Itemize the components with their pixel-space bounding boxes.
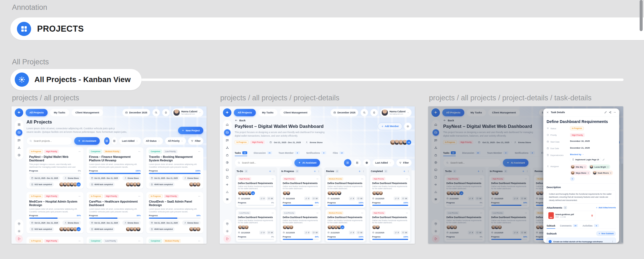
search-button[interactable] xyxy=(360,109,368,116)
sidebar-item-home[interactable] xyxy=(225,122,230,127)
search-button[interactable] xyxy=(152,109,160,116)
card-menu-button[interactable] xyxy=(361,212,364,214)
project-card[interactable]: CompletedLow PriorityTravelio – Booking … xyxy=(146,147,203,189)
project-card-partial[interactable]: CompletedLow Priority xyxy=(86,237,143,244)
tab-team-member[interactable]: Team Member8 xyxy=(279,150,300,156)
task-card[interactable]: Low PriorityDefine Dashboard Requirement… xyxy=(281,209,321,242)
projects-header-bar[interactable]: PROJECTS xyxy=(10,17,644,40)
date-picker[interactable]: December 2025 xyxy=(330,109,358,116)
filter-button[interactable]: Filter xyxy=(396,159,412,167)
add-assignee-button[interactable] xyxy=(570,177,575,181)
task-card[interactable]: Low PriorityDefine Dashboard Requirement… xyxy=(236,209,276,242)
assignee-chip[interactable]: Lucas Bright✕ xyxy=(589,165,610,169)
search-field[interactable] xyxy=(242,161,290,164)
remove-assignee-icon[interactable]: ✕ xyxy=(584,166,586,168)
sidebar-item-bag[interactable] xyxy=(225,152,230,158)
card-menu-button[interactable] xyxy=(272,177,274,180)
nav-tab-all-projects[interactable]: All Projects xyxy=(234,109,256,116)
page-scrollbar[interactable] xyxy=(640,0,643,31)
frame-task-details[interactable]: All ProjectsMy TasksClient ManagementDec… xyxy=(428,106,623,244)
tab-notifications[interactable]: Notifications8 xyxy=(306,150,326,156)
card-menu-button[interactable] xyxy=(406,177,409,180)
card-menu-button[interactable] xyxy=(198,195,201,198)
panel-menu-button[interactable] xyxy=(613,111,616,114)
back-button[interactable]: Back xyxy=(235,119,246,122)
sort-dropdown[interactable]: Last Added xyxy=(119,137,141,145)
add-task-button[interactable] xyxy=(403,170,406,173)
ai-assistant-button[interactable]: AI Assistant xyxy=(294,159,320,167)
sidebar-item-sliders[interactable] xyxy=(225,197,230,202)
nav-tab-client-management[interactable]: Client Management xyxy=(280,109,311,116)
task-card[interactable]: High PriorityDefine Dashboard Requiremen… xyxy=(370,175,410,208)
sidebar-item-dashboard[interactable] xyxy=(16,122,22,127)
card-menu-button[interactable] xyxy=(78,150,81,153)
subtask-checkbox[interactable] xyxy=(549,240,552,243)
status-dropdown[interactable]: All Status xyxy=(143,137,163,145)
remove-assignee-icon[interactable]: ✕ xyxy=(588,172,589,174)
column-menu-button[interactable] xyxy=(407,170,410,173)
add-task-button[interactable] xyxy=(269,170,272,173)
sidebar-item-announce[interactable] xyxy=(225,182,230,187)
project-card[interactable]: In ProgressHigh PriorityPayNest – Digita… xyxy=(26,147,84,189)
project-card[interactable]: In ProgressHigh PriorityMediCore – Hospi… xyxy=(26,192,84,233)
task-card[interactable]: High PriorityDefine Dashboard Requiremen… xyxy=(236,175,276,208)
add-attachments-button[interactable]: Add Attachments xyxy=(596,206,616,209)
share-button[interactable] xyxy=(609,111,612,114)
sidebar-item-team[interactable] xyxy=(225,145,230,150)
remove-assignee-icon[interactable]: ✕ xyxy=(607,166,609,168)
card-menu-button[interactable] xyxy=(316,177,319,180)
ai-assistant-button[interactable]: AI Assistant xyxy=(74,137,100,145)
notifications-button[interactable] xyxy=(162,109,169,116)
task-card[interactable]: High PriorityDefine Dashboard Requiremen… xyxy=(370,209,410,242)
tab-comments[interactable]: Comments20 xyxy=(560,223,578,229)
task-search[interactable] xyxy=(235,159,292,167)
view-grid-button[interactable] xyxy=(344,159,351,167)
nav-tab-my-tasks[interactable]: My Tasks xyxy=(50,109,69,116)
sidebar-item-chat[interactable] xyxy=(16,138,22,143)
tab-subtask[interactable]: Subtask xyxy=(547,223,555,229)
frame-all-projects[interactable]: All ProjectsMy TasksClient ManagementDec… xyxy=(11,106,207,244)
sidebar-item-chart[interactable] xyxy=(225,189,230,195)
sidebar-item-team[interactable] xyxy=(16,145,22,150)
edit-button[interactable] xyxy=(604,111,607,114)
sidebar-item-document[interactable] xyxy=(225,174,230,180)
logout-button[interactable] xyxy=(223,235,231,243)
user-menu[interactable]: Hanna Calzonihanna@gmail.com xyxy=(172,109,203,117)
card-menu-button[interactable] xyxy=(138,150,141,153)
sidebar-item-gear[interactable] xyxy=(16,228,22,234)
add-task-button[interactable] xyxy=(358,170,361,173)
card-menu-button[interactable] xyxy=(198,150,201,153)
sidebar-item-chat[interactable] xyxy=(225,138,230,143)
search-field[interactable] xyxy=(34,140,69,143)
notifications-button[interactable] xyxy=(370,109,378,116)
view-list-button[interactable] xyxy=(112,137,117,145)
new-project-button[interactable]: New Project xyxy=(178,127,203,134)
project-search[interactable] xyxy=(26,137,72,145)
tab-files[interactable]: Files12 xyxy=(333,150,344,156)
blocked-by-dropdown[interactable]: Blocked by xyxy=(570,153,584,156)
task-card[interactable]: High PriorityDefine Dashboard Requiremen… xyxy=(281,175,321,208)
sort-dropdown[interactable]: Last Added xyxy=(372,159,394,167)
project-card[interactable]: In ProgressHigh PriorityCloudDesk – SaaS… xyxy=(146,192,203,233)
sidebar-item-card[interactable] xyxy=(225,167,230,173)
project-card-partial[interactable]: In ProgressHigh Priority xyxy=(26,237,84,244)
view-table-button[interactable] xyxy=(363,159,370,167)
column-menu-button[interactable] xyxy=(273,170,276,173)
subtask-item[interactable]: Create an initial sketch of the homepage… xyxy=(547,238,616,243)
frame-scrollbar[interactable] xyxy=(621,164,623,243)
card-menu-button[interactable] xyxy=(361,177,364,180)
filter-button[interactable]: Filter xyxy=(188,137,203,145)
card-menu-button[interactable] xyxy=(78,195,81,198)
assignee-chip[interactable]: Maya Stone✕ xyxy=(570,171,591,175)
priority-dropdown[interactable]: All Priority xyxy=(165,137,186,145)
frame-project-details[interactable]: All ProjectsMy TasksClient ManagementDec… xyxy=(220,106,415,244)
card-menu-button[interactable] xyxy=(272,212,274,214)
close-icon-button[interactable] xyxy=(546,111,549,114)
project-card-partial[interactable]: CompletedMedium Priority xyxy=(146,237,203,244)
card-menu-button[interactable] xyxy=(406,212,409,214)
user-menu[interactable]: Hanna Calzonihanna@gmail.com xyxy=(380,109,412,117)
project-card[interactable]: In ProgressHigh PriorityCarePlus – Healt… xyxy=(86,192,143,233)
column-menu-button[interactable] xyxy=(318,170,320,173)
sidebar-item-wallet[interactable] xyxy=(16,129,22,136)
sidebar-item-shield[interactable] xyxy=(225,221,230,227)
